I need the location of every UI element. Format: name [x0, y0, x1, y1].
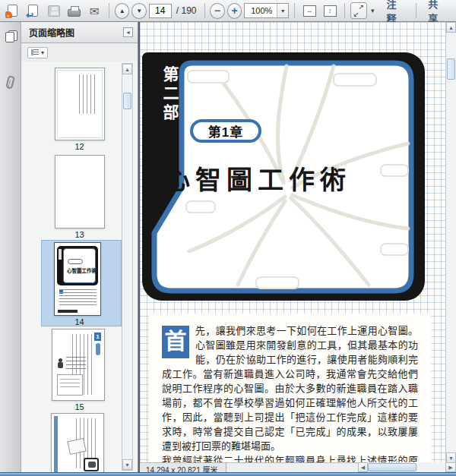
zoom-caret-icon[interactable]: ▾	[277, 4, 288, 17]
left-arrow-icon: ◀	[361, 465, 365, 471]
mini-footer-bar	[58, 310, 78, 313]
page-total-label: / 190	[176, 5, 197, 16]
up-arrow-icon: ▲	[125, 67, 130, 72]
sidebar-title: 页面缩略图	[29, 26, 123, 39]
attachments-panel-button[interactable]	[2, 72, 20, 92]
arrow-sw-icon: ↙	[353, 11, 359, 18]
paragraph-1: 先，讓我們來思考一下如何在工作上運用心智圖。心智圖雖是用來開發創意的工具，但其最…	[162, 323, 418, 453]
document-horizontal-scrollbar[interactable]: ◀	[358, 462, 445, 472]
scroll-right-button[interactable]: ▶	[445, 462, 456, 472]
mini-checklist	[66, 357, 86, 372]
page-thumbnails-panel-button[interactable]	[2, 27, 20, 46]
mini-frame-inner: 心智圖工作術	[63, 248, 96, 283]
mini-page-badge: 1	[94, 333, 101, 341]
fit-page-button[interactable]: ↕	[321, 2, 339, 20]
zoom-level-value: 100%	[245, 4, 277, 17]
thumbnails-sidebar: 页面缩略图 ◂ ▾ 12 13	[21, 22, 138, 472]
zoom-in-button[interactable]: +	[227, 3, 242, 19]
scrollbar-thumb[interactable]	[123, 93, 131, 109]
scroll-down-button[interactable]: ▼	[446, 452, 456, 463]
scrollbar-thumb[interactable]	[368, 463, 416, 471]
body-text-panel: 首 先，讓我們來思考一下如何在工作上運用心智圖。心智圖雖是用來開發創意的工具，但…	[149, 314, 431, 463]
scroll-up-button[interactable]: ▲	[446, 22, 456, 33]
fullscreen-caret-icon[interactable]: ▾	[369, 7, 376, 14]
scrollbar-track[interactable]	[416, 462, 445, 472]
window-bottom-edge	[0, 472, 456, 476]
toolbar-separator	[416, 3, 416, 18]
part-label: 第二部	[158, 66, 181, 123]
page-size-indicator: 14.294 x 20.821 厘米	[140, 463, 226, 472]
print-button[interactable]	[65, 2, 83, 20]
pages-icon	[5, 30, 16, 43]
next-page-button[interactable]: ▼	[131, 3, 146, 19]
mini-chapter-pill	[68, 259, 83, 264]
document-vertical-scrollbar[interactable]: ▲ ▼	[445, 22, 456, 463]
collapse-icon: ◂	[126, 29, 129, 36]
page-thumbnail-13[interactable]	[55, 155, 105, 229]
chapter-title: 心智圖工作術	[164, 159, 351, 197]
arrow-ne-icon: ↗	[358, 3, 364, 11]
toolbar-separator	[294, 3, 295, 18]
dropcap: 首	[162, 326, 189, 358]
toolbar-separator	[204, 3, 205, 18]
toolbar-separator	[344, 3, 345, 18]
fit-width-icon: ↔	[303, 5, 316, 17]
sidebar-options-row: ▾	[21, 43, 138, 61]
save-copy-icon	[28, 5, 38, 17]
navigation-rail	[0, 22, 21, 472]
page-number-input[interactable]	[149, 4, 172, 18]
create-pdf-icon	[8, 5, 17, 17]
fit-width-button[interactable]: ↔	[300, 2, 318, 20]
page-thumbnail-15[interactable]: 1	[52, 329, 105, 401]
down-arrow-icon: ▼	[448, 456, 454, 461]
sidebar-scrollbar[interactable]: ▲ ▼	[122, 63, 133, 471]
thumbnail-label: 12	[21, 142, 138, 151]
zoom-level-select[interactable]: 100% ▾	[244, 3, 289, 18]
zoom-out-button[interactable]: −	[210, 3, 224, 19]
scroll-down-button[interactable]: ▼	[122, 459, 132, 470]
mini-chapter-frame: 心智圖工作術	[57, 246, 98, 285]
scrollbar-thumb[interactable]	[447, 58, 455, 80]
thumbnail-label: 15	[21, 402, 138, 411]
page-thumbnail-16[interactable]	[51, 413, 104, 472]
page-thumbnail-12[interactable]	[55, 68, 105, 140]
fit-page-icon: ↕	[324, 5, 337, 17]
toolbar-separator	[109, 3, 109, 18]
up-arrow-icon: ▲	[119, 7, 125, 14]
fullscreen-button[interactable]: ↗ ↙	[350, 2, 367, 19]
mini-chapter-title: 心智圖工作術	[67, 266, 97, 274]
create-pdf-button[interactable]	[4, 2, 22, 20]
mini-diagram-box	[57, 374, 83, 396]
thumbnail-list: 12 13 心智圖工作術	[21, 61, 138, 472]
save-button[interactable]	[45, 2, 63, 20]
mini-person-figure	[59, 358, 62, 362]
plus-icon: +	[231, 5, 237, 17]
mini-side-tab	[96, 343, 100, 355]
mini-callout-box	[84, 458, 99, 471]
up-arrow-icon: ▲	[448, 25, 454, 30]
thumbnail-options-button[interactable]: ▾	[27, 47, 48, 58]
toolbar: ✉ ▲ ▼ / 190 − + 100% ▾ ↔ ↕ ↗ ↙ ▾ 注释 共享	[0, 0, 456, 22]
paperclip-icon	[5, 75, 15, 90]
email-icon: ✉	[90, 5, 100, 17]
document-view[interactable]: 第二部 第1章 心智圖工作術 首 先，讓我們來思考一下如何在工作上運用心智圖。心…	[140, 22, 456, 472]
save-copy-button[interactable]	[24, 2, 43, 20]
down-arrow-icon: ▼	[125, 462, 130, 468]
save-icon	[48, 5, 60, 17]
pdf-reader-window: ✉ ▲ ▼ / 190 − + 100% ▾ ↔ ↕ ↗ ↙ ▾ 注释 共享	[0, 0, 456, 476]
scroll-left-button[interactable]: ◀	[358, 462, 368, 472]
scroll-up-button[interactable]: ▲	[122, 64, 132, 74]
mini-body-lines	[59, 289, 97, 306]
thumbnail-label: 14	[21, 317, 138, 326]
minus-icon: −	[214, 5, 220, 17]
mini-side-bar	[54, 416, 58, 472]
thumb-text-lines	[79, 74, 97, 114]
collapse-panel-button[interactable]: ◂	[123, 27, 133, 37]
email-button[interactable]: ✉	[85, 2, 103, 20]
previous-page-button[interactable]: ▲	[115, 3, 129, 19]
chapter-badge: 第1章	[190, 119, 261, 143]
list-options-icon	[31, 49, 39, 55]
print-icon	[68, 9, 81, 17]
thumbnail-label: 13	[21, 230, 138, 239]
page-thumbnail-14[interactable]: 心智圖工作術	[54, 242, 101, 316]
